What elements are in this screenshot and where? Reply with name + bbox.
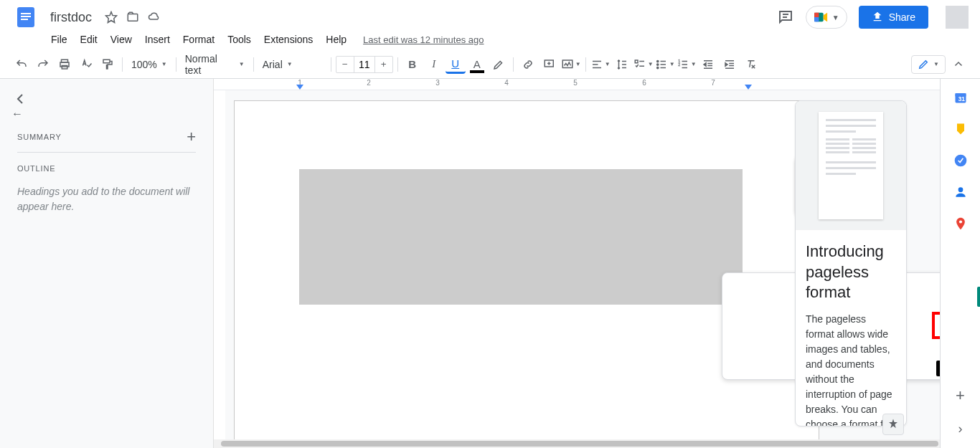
- redo-button[interactable]: [33, 54, 53, 75]
- close-outline-button[interactable]: ←: [11, 90, 29, 108]
- italic-button[interactable]: I: [424, 54, 444, 75]
- svg-point-26: [656, 63, 658, 65]
- underline-button[interactable]: U: [446, 55, 466, 74]
- editing-mode-button[interactable]: ▼: [911, 55, 946, 74]
- checklist-button[interactable]: ▼: [633, 54, 654, 75]
- styles-dropdown[interactable]: Normal text▼: [181, 50, 249, 79]
- font-dropdown[interactable]: Arial▼: [258, 56, 326, 73]
- font-value: Arial: [263, 59, 283, 70]
- comment-history-icon[interactable]: [777, 9, 794, 26]
- spellcheck-button[interactable]: [76, 54, 96, 75]
- font-size-input[interactable]: [354, 57, 375, 72]
- meet-button[interactable]: ▼: [806, 6, 847, 29]
- info-card-preview: [796, 101, 906, 230]
- svg-point-27: [656, 67, 658, 68]
- chevron-down-icon: ▼: [287, 61, 293, 67]
- get-addons-button[interactable]: +: [956, 386, 965, 405]
- focus-highlight: Apply: [932, 312, 940, 339]
- hide-menus-button[interactable]: [948, 54, 969, 75]
- svg-rect-2: [21, 16, 31, 17]
- move-icon[interactable]: [126, 11, 139, 24]
- star-icon[interactable]: [105, 11, 118, 24]
- horizontal-scrollbar[interactable]: [214, 439, 940, 448]
- zoom-dropdown[interactable]: 100%▼: [127, 56, 171, 73]
- info-card-title: Introducing pageless format: [806, 242, 896, 303]
- outline-panel: ← SUMMARY + OUTLINE Headings you add to …: [0, 79, 214, 448]
- summary-label: SUMMARY: [17, 133, 62, 141]
- clear-formatting-button[interactable]: [741, 54, 761, 75]
- increase-indent-button[interactable]: [720, 54, 740, 75]
- svg-text:2: 2: [678, 62, 680, 67]
- numbered-list-button[interactable]: 12▼: [677, 54, 697, 75]
- last-edit-label[interactable]: Last edit was 12 minutes ago: [363, 34, 484, 45]
- line-spacing-button[interactable]: [612, 54, 632, 75]
- svg-rect-22: [635, 60, 638, 63]
- align-button[interactable]: ▼: [590, 54, 611, 75]
- account-avatar[interactable]: [946, 6, 969, 29]
- svg-rect-3: [21, 19, 28, 20]
- document-title[interactable]: firstdoc: [46, 9, 96, 27]
- svg-rect-15: [562, 60, 573, 68]
- font-size-increase[interactable]: +: [375, 57, 392, 72]
- chevron-down-icon: ▼: [832, 14, 839, 22]
- insert-link-button[interactable]: [518, 54, 538, 75]
- outline-label: OUTLINE: [17, 164, 196, 173]
- contacts-icon[interactable]: [953, 185, 968, 199]
- tasks-icon[interactable]: [953, 153, 968, 168]
- menu-insert[interactable]: Insert: [140, 31, 175, 48]
- highlight-button[interactable]: [489, 54, 509, 75]
- menu-help[interactable]: Help: [321, 31, 352, 48]
- svg-rect-8: [814, 13, 819, 17]
- chevron-down-icon: ▼: [239, 61, 245, 67]
- svg-rect-1: [21, 13, 31, 14]
- menu-tools[interactable]: Tools: [222, 31, 256, 48]
- menu-extensions[interactable]: Extensions: [259, 31, 318, 48]
- style-value: Normal text: [185, 53, 235, 76]
- maps-icon[interactable]: [953, 216, 968, 231]
- explore-button[interactable]: [882, 414, 904, 435]
- hide-side-panel-button[interactable]: ›: [958, 421, 963, 437]
- add-comment-button[interactable]: [540, 54, 560, 75]
- docs-logo-icon[interactable]: [11, 3, 40, 32]
- cloud-status-icon[interactable]: [148, 11, 161, 24]
- side-panel-indicator: [977, 287, 980, 307]
- outline-hint: Headings you add to the document will ap…: [17, 184, 196, 214]
- paint-format-button[interactable]: [98, 54, 118, 75]
- svg-point-56: [958, 187, 963, 192]
- svg-rect-9: [814, 17, 819, 22]
- undo-button[interactable]: [11, 54, 32, 75]
- text-selection: [299, 169, 743, 305]
- decrease-indent-button[interactable]: [698, 54, 718, 75]
- menu-format[interactable]: Format: [178, 31, 220, 48]
- svg-point-25: [656, 60, 658, 62]
- svg-rect-13: [103, 59, 110, 63]
- calendar-icon[interactable]: 31: [953, 90, 968, 105]
- pageless-info-card: Introducing pageless format The pageless…: [795, 100, 907, 426]
- svg-point-57: [958, 220, 961, 223]
- add-summary-button[interactable]: +: [187, 128, 196, 146]
- font-size-decrease[interactable]: −: [336, 57, 354, 72]
- chevron-down-icon: ▼: [161, 61, 167, 67]
- menu-file[interactable]: File: [46, 31, 72, 48]
- bold-button[interactable]: B: [402, 54, 423, 75]
- insert-image-button[interactable]: ▼: [561, 54, 581, 75]
- info-card-text: The pageless format allows wide images a…: [806, 312, 896, 426]
- svg-rect-4: [128, 14, 138, 22]
- svg-text:31: 31: [958, 95, 965, 103]
- menu-edit[interactable]: Edit: [75, 31, 103, 48]
- menu-view[interactable]: View: [105, 31, 137, 48]
- zoom-value: 100%: [131, 59, 157, 70]
- text-color-button[interactable]: A: [467, 54, 487, 75]
- horizontal-ruler[interactable]: 1 2 3 4 5 6 7: [214, 79, 940, 90]
- side-panel: 31 + ›: [940, 79, 980, 448]
- print-button[interactable]: [55, 54, 75, 75]
- vertical-ruler[interactable]: [214, 90, 225, 448]
- keep-icon[interactable]: [953, 122, 968, 136]
- share-label: Share: [889, 11, 915, 23]
- share-button[interactable]: Share: [859, 6, 928, 29]
- bulleted-list-button[interactable]: ▼: [655, 54, 675, 75]
- font-size-stepper[interactable]: − +: [336, 56, 393, 73]
